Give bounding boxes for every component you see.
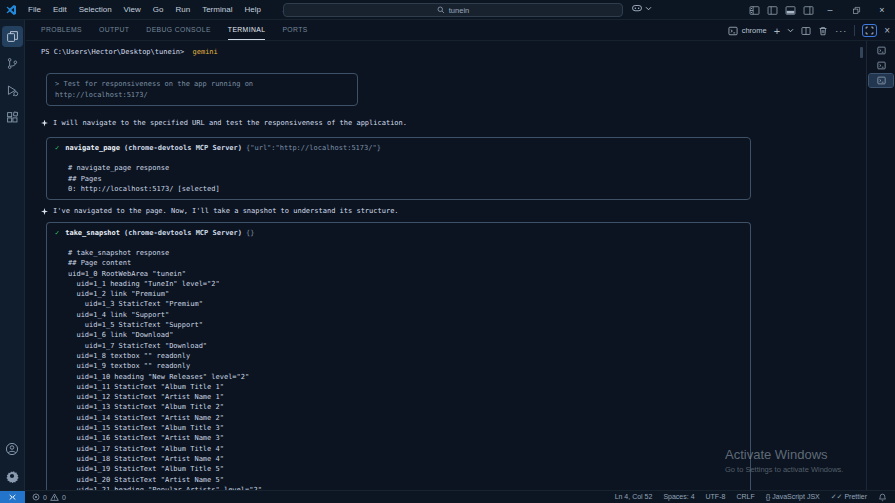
minimize-button[interactable]: – bbox=[817, 0, 843, 20]
menu-item[interactable]: Help bbox=[238, 0, 266, 20]
restore-panel-size-button[interactable] bbox=[862, 24, 877, 37]
menubar: FileEditSelectionViewGoRunTerminalHelp bbox=[22, 0, 267, 20]
warning-count: 0 bbox=[62, 494, 66, 501]
menu-item[interactable]: Run bbox=[169, 0, 196, 20]
statusbar-item[interactable]: Ln 4, Col 52 bbox=[615, 493, 653, 501]
terminal-tabs-list bbox=[866, 41, 895, 490]
settings-gear-icon[interactable] bbox=[2, 465, 23, 486]
more-actions-button[interactable]: ··· bbox=[835, 26, 847, 36]
panel-tab[interactable]: PORTS bbox=[282, 20, 307, 40]
terminal-dropdown-chevron-icon[interactable] bbox=[787, 28, 794, 33]
remote-indicator[interactable] bbox=[0, 491, 25, 503]
panel-tab[interactable]: OUTPUT bbox=[99, 20, 129, 40]
source-control-icon[interactable] bbox=[2, 53, 23, 74]
toggle-primary-sidebar-icon[interactable] bbox=[763, 0, 781, 20]
terminal-list-item[interactable] bbox=[869, 74, 893, 87]
shell-command: gemini bbox=[193, 48, 218, 56]
shell-prompt-line: PS C:\Users\Hector\Desktop\tunein> gemin… bbox=[41, 47, 866, 57]
menu-item[interactable]: Go bbox=[147, 0, 170, 20]
customize-layout-icon[interactable] bbox=[745, 0, 763, 20]
kill-terminal-trash-icon[interactable] bbox=[818, 26, 828, 36]
statusbar-item[interactable]: UTF-8 bbox=[706, 493, 726, 501]
search-value: tunein bbox=[449, 6, 469, 15]
tool-output: # navigate_page response ## Pages 0: htt… bbox=[68, 163, 742, 194]
terminal-list-item[interactable] bbox=[869, 59, 893, 72]
explorer-icon[interactable] bbox=[2, 26, 23, 47]
activity-bar bbox=[0, 20, 25, 490]
vscode-logo-icon bbox=[0, 4, 22, 16]
new-terminal-button[interactable]: + bbox=[774, 26, 780, 36]
user-prompt-box: > Test for responsiveness on the app run… bbox=[46, 73, 358, 106]
panel-tab[interactable]: TERMINAL bbox=[228, 20, 266, 40]
terminal-icon bbox=[877, 46, 886, 55]
bottom-panel: PROBLEMS OUTPUT DEBUG CONSOLE TERMINAL P… bbox=[26, 20, 895, 490]
problems-status[interactable]: 0 0 bbox=[32, 493, 66, 501]
assistant-message-1: I will navigate to the specified URL and… bbox=[41, 118, 866, 128]
terminal-actions: chrome + ··· × bbox=[728, 20, 890, 41]
menu-item[interactable]: Selection bbox=[73, 0, 118, 20]
close-window-button[interactable]: × bbox=[869, 0, 895, 20]
actions-separator bbox=[854, 25, 855, 36]
tool-server: (chrome-devtools MCP Server) bbox=[124, 143, 242, 153]
split-terminal-icon[interactable] bbox=[801, 26, 811, 36]
error-circle-icon bbox=[32, 493, 40, 501]
activity-bar-bottom bbox=[2, 432, 23, 490]
tool-call-header: ✓ take_snapshot (chrome-devtools MCP Ser… bbox=[55, 228, 742, 238]
tool-name: take_snapshot bbox=[65, 228, 120, 238]
extensions-icon[interactable] bbox=[2, 107, 23, 128]
statusbar-item[interactable]: CRLF bbox=[736, 493, 754, 501]
tool-args: {} bbox=[246, 228, 254, 238]
bell-icon[interactable] bbox=[878, 493, 887, 502]
panel-tab[interactable]: DEBUG CONSOLE bbox=[146, 20, 211, 40]
status-bar: 0 0 Ln 4, Col 52Spaces: 4UTF-8CRLF{} Jav… bbox=[0, 490, 895, 503]
success-check-icon: ✓ bbox=[55, 228, 59, 238]
menu-item[interactable]: Edit bbox=[47, 0, 73, 20]
sparkle-icon bbox=[41, 120, 48, 127]
copilot-button[interactable] bbox=[631, 3, 652, 14]
menu-item[interactable]: File bbox=[22, 0, 47, 20]
menu-item[interactable]: Terminal bbox=[196, 0, 238, 20]
shell-prompt: PS C:\Users\Hector\Desktop\tunein> bbox=[41, 48, 184, 56]
close-panel-button[interactable]: × bbox=[884, 25, 890, 36]
tool-call-header: ✓ navigate_page (chrome-devtools MCP Ser… bbox=[55, 143, 742, 153]
search-icon bbox=[437, 6, 445, 14]
active-terminal-label[interactable]: chrome bbox=[728, 26, 767, 36]
statusbar-item[interactable]: Spaces: 4 bbox=[663, 493, 694, 501]
chevron-down-icon bbox=[645, 6, 652, 11]
tool-output: # take_snapshot response ## Page content… bbox=[68, 248, 742, 490]
terminal-list-item[interactable] bbox=[869, 44, 893, 57]
titlebar-controls: – × bbox=[745, 0, 895, 20]
statusbar-item[interactable]: {} JavaScript JSX bbox=[766, 493, 820, 501]
user-prompt-text: > Test for responsiveness on the app run… bbox=[55, 80, 253, 98]
copilot-icon bbox=[631, 3, 643, 14]
panel-tab[interactable]: PROBLEMS bbox=[41, 20, 82, 40]
restore-button[interactable] bbox=[843, 0, 869, 20]
tool-call-navigate-page: ✓ navigate_page (chrome-devtools MCP Ser… bbox=[46, 137, 751, 200]
panel-tabbar: PROBLEMS OUTPUT DEBUG CONSOLE TERMINAL P… bbox=[26, 20, 895, 41]
menu-item[interactable]: View bbox=[118, 0, 147, 20]
assistant-message-2: I've navigated to the page. Now, I'll ta… bbox=[41, 206, 866, 216]
remote-icon bbox=[8, 493, 17, 502]
command-center-search[interactable]: tunein bbox=[283, 3, 623, 17]
warning-triangle-icon bbox=[50, 493, 59, 501]
statusbar-right: Ln 4, Col 52Spaces: 4UTF-8CRLF{} JavaScr… bbox=[615, 493, 895, 502]
success-check-icon: ✓ bbox=[55, 143, 59, 153]
tool-name: navigate_page bbox=[65, 143, 120, 153]
tool-server: (chrome-devtools MCP Server) bbox=[124, 228, 242, 238]
error-count: 0 bbox=[43, 494, 47, 501]
terminal-icon bbox=[728, 26, 738, 36]
statusbar-item[interactable]: ✓✓ Prettier bbox=[831, 493, 867, 501]
toggle-secondary-sidebar-icon[interactable] bbox=[799, 0, 817, 20]
tool-call-take-snapshot: ✓ take_snapshot (chrome-devtools MCP Ser… bbox=[46, 222, 751, 490]
terminal-scrollbar[interactable] bbox=[860, 47, 863, 58]
run-and-debug-icon[interactable] bbox=[2, 80, 23, 101]
sparkle-icon bbox=[41, 208, 48, 215]
tool-args: {"url":"http://localhost:5173/"} bbox=[246, 143, 381, 153]
restore-icon bbox=[852, 6, 861, 15]
panel-tabs: PROBLEMS OUTPUT DEBUG CONSOLE TERMINAL P… bbox=[26, 20, 308, 40]
restore-panel-icon bbox=[865, 26, 874, 35]
titlebar: FileEditSelectionViewGoRunTerminalHelp ←… bbox=[0, 0, 895, 20]
account-icon[interactable] bbox=[2, 438, 23, 459]
toggle-panel-icon[interactable] bbox=[781, 0, 799, 20]
terminal-viewport[interactable]: PS C:\Users\Hector\Desktop\tunein> gemin… bbox=[26, 41, 866, 490]
